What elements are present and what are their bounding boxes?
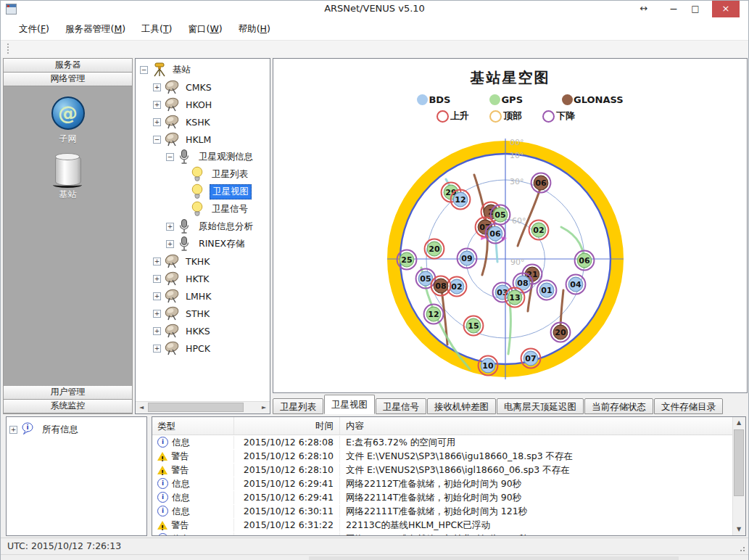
satellite-gps-20[interactable]: 20: [425, 239, 444, 259]
satellite-bds-01[interactable]: 01: [537, 281, 557, 300]
satellite-glonass-20[interactable]: 20: [551, 323, 571, 342]
satellite-gps-15[interactable]: 15: [464, 316, 484, 336]
expander-plus-icon[interactable]: +: [166, 223, 174, 231]
log-row[interactable]: i信息2015/10/12 6:30:11网络22111T准备就绪，初始化时间为…: [152, 504, 745, 518]
tree-item-KSHK[interactable]: +KSHK: [136, 113, 270, 131]
scroll-right-arrow-icon[interactable]: ►: [258, 402, 270, 413]
satellite-gps-02[interactable]: 02: [529, 221, 549, 240]
menu-item-W[interactable]: 窗口(W): [180, 20, 230, 39]
tree-item-LMHK[interactable]: +LMHK: [136, 287, 270, 305]
sidebar-shortcut-基站[interactable]: 基站: [4, 155, 132, 201]
tree-item-HPCK[interactable]: +HPCK: [136, 339, 270, 357]
expander-minus-icon[interactable]: −: [153, 136, 161, 144]
resize-grip[interactable]: [738, 545, 745, 552]
satellite-bds-06[interactable]: 06: [486, 224, 505, 244]
tab-文件存储目录[interactable]: 文件存储目录: [654, 398, 723, 414]
expander-plus-icon[interactable]: +: [153, 345, 161, 353]
log-row[interactable]: i信息2015/10/12 6:28:08E:盘有63.72% 的空间可用: [152, 435, 745, 449]
menu-item-M[interactable]: 服务器管理(M): [57, 20, 133, 39]
tree-item-label: 原始信息分析: [196, 220, 255, 234]
tab-当前存储状态[interactable]: 当前存储状态: [584, 398, 653, 414]
menu-item-H[interactable]: 帮助(H): [231, 20, 278, 39]
tree-item-卫星视图[interactable]: 卫星视图: [136, 183, 270, 200]
satellite-gps-06[interactable]: 06: [575, 251, 595, 271]
expander-plus-icon[interactable]: +: [153, 118, 161, 126]
satellite-bds-07[interactable]: 07: [521, 349, 541, 368]
log-row[interactable]: 警告2015/10/12 6:31:2222113C的基线HKLM_HPCK已浮…: [152, 518, 745, 532]
sidebar-section-网络管理[interactable]: 网络管理: [4, 73, 132, 86]
expander-plus-icon[interactable]: +: [153, 327, 161, 335]
expander-minus-icon[interactable]: −: [166, 153, 174, 161]
expander-plus-icon[interactable]: +: [153, 258, 161, 265]
tab-卫星信号[interactable]: 卫星信号: [376, 398, 426, 414]
satellite-bds-09[interactable]: 09: [458, 249, 477, 268]
menu-item-F[interactable]: 文件(F): [11, 20, 57, 39]
sidebar-section-用户管理[interactable]: 用户管理: [4, 386, 132, 400]
expander-plus-icon[interactable]: +: [153, 83, 161, 91]
trail-gps: [508, 303, 510, 354]
satellite-bds-12[interactable]: 12: [451, 190, 471, 210]
expander-plus-icon[interactable]: +: [153, 292, 161, 300]
scroll-left-arrow-icon[interactable]: ◄: [136, 402, 147, 413]
tree-item-HKTK[interactable]: +HKTK: [136, 270, 270, 287]
sidebar-shortcut-子网[interactable]: @子网: [4, 96, 132, 145]
tree-item-原始信息分析[interactable]: +原始信息分析: [136, 218, 270, 235]
tree-item-卫星信号[interactable]: 卫星信号: [136, 200, 270, 218]
scroll-down-arrow-icon[interactable]: ▼: [733, 524, 745, 535]
log-cell-content: 22113C的基线HKLM_HPCK已浮动: [339, 519, 745, 532]
tree-item-卫星观测信息[interactable]: −卫星观测信息: [136, 148, 270, 165]
log-column-header-类型[interactable]: 类型: [152, 417, 233, 435]
tab-卫星列表[interactable]: 卫星列表: [273, 398, 323, 414]
expander-plus-icon[interactable]: +: [153, 275, 161, 283]
menu-item-T[interactable]: 工具(T): [133, 20, 180, 39]
expander-plus-icon[interactable]: +: [153, 310, 161, 318]
expander-plus-icon[interactable]: +: [9, 426, 17, 434]
tree-item-label: CMKS: [183, 81, 214, 94]
tree-item-label: HPCK: [183, 342, 212, 355]
tree-item-RINEX存储[interactable]: +RINEX存储: [136, 235, 270, 252]
log-row[interactable]: i信息2015/10/12 6:29:41网络22114T准备就绪，初始化时间为…: [152, 490, 745, 504]
satellite-gps-12[interactable]: 12: [424, 305, 444, 324]
maximize-button[interactable]: □: [684, 1, 706, 17]
tree-item-TKHK[interactable]: +TKHK: [136, 252, 270, 270]
tree-item-HKKS[interactable]: +HKKS: [136, 322, 270, 339]
title-bar[interactable]: ARSNet/VENUS v5.10 ↔ − □ ×: [1, 1, 748, 18]
tree-horizontal-scrollbar[interactable]: ◄ ►: [136, 401, 270, 413]
log-vertical-scrollbar[interactable]: ▲ ▼: [732, 417, 745, 535]
satellite-glonass-06[interactable]: 06: [531, 173, 551, 193]
expander-minus-icon[interactable]: −: [140, 66, 148, 74]
move-window-icon[interactable]: ↔: [635, 1, 653, 17]
log-row[interactable]: i信息2015/10/12 6:29:41网络22112T准备就绪，初始化时间为…: [152, 477, 745, 490]
log-cell-type: i信息: [152, 532, 233, 537]
satellite-gps-25[interactable]: 25: [397, 250, 417, 270]
expander-plus-icon[interactable]: +: [153, 101, 161, 109]
scrollbar-thumb[interactable]: [148, 403, 244, 412]
minimize-button[interactable]: −: [663, 1, 684, 17]
tree-item-基站[interactable]: −基站: [136, 61, 270, 78]
tree-item-CMKS[interactable]: +CMKS: [136, 78, 270, 96]
log-row[interactable]: 警告2015/10/12 6:28:10文件 E:\VENUS2\SP3\186…: [152, 449, 745, 463]
tree-item-HKLM[interactable]: −HKLM: [136, 131, 270, 148]
close-button[interactable]: ×: [712, 1, 740, 17]
satellite-gps-13[interactable]: 13: [505, 288, 525, 308]
log-column-header-时间[interactable]: 时间: [233, 417, 339, 435]
tab-卫星视图[interactable]: 卫星视图: [324, 395, 375, 414]
satellite-bds-04[interactable]: 04: [566, 275, 586, 295]
scroll-up-arrow-icon[interactable]: ▲: [733, 417, 745, 429]
log-row[interactable]: 警告2015/10/12 6:28:10文件 E:\VENUS2\SP3\186…: [152, 463, 745, 477]
tree-item-HKOH[interactable]: +HKOH: [136, 96, 270, 113]
expander-plus-icon[interactable]: +: [166, 240, 174, 248]
tree-item-卫星列表[interactable]: 卫星列表: [136, 165, 270, 183]
toolbar-grip[interactable]: [7, 44, 9, 54]
tab-接收机钟差图[interactable]: 接收机钟差图: [427, 398, 496, 414]
satellite-bds-10[interactable]: 10: [479, 356, 498, 376]
log-column-header-内容[interactable]: 内容: [339, 417, 745, 435]
sidebar-section-系统监控[interactable]: 系统监控: [4, 400, 132, 413]
satellite-glonass-08[interactable]: 08: [431, 276, 451, 296]
tree-item-STHK[interactable]: +STHK: [136, 305, 270, 322]
log-row[interactable]: i信息2015/10/12 6:31:41网络22117C准备就绪，初始化时间为…: [152, 532, 745, 536]
sidebar-section-服务器[interactable]: 服务器: [4, 59, 132, 73]
scrollbar-thumb[interactable]: [734, 429, 744, 496]
tab-电离层天顶延迟图[interactable]: 电离层天顶延迟图: [497, 398, 584, 414]
tree-item-all-messages[interactable]: + i 所有信息: [9, 421, 144, 437]
